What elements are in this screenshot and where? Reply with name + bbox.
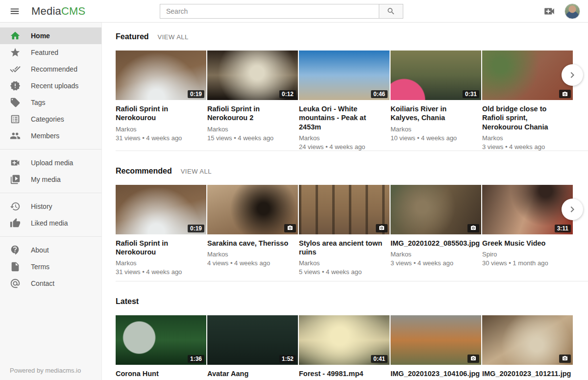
sidebar-item-history[interactable]: History bbox=[0, 198, 101, 215]
media-author[interactable]: Spiro bbox=[482, 251, 569, 258]
tag-icon bbox=[10, 97, 21, 108]
media-card-body: Forest - 49981.mp4 test 17 views • 3 wee… bbox=[299, 369, 390, 380]
media-card[interactable]: 3:11 Greek Music Video Spiro 30 views • … bbox=[482, 185, 573, 281]
media-author[interactable]: Markos bbox=[482, 134, 569, 142]
media-thumbnail[interactable] bbox=[391, 185, 481, 234]
sidebar-item-tags[interactable]: Tags bbox=[0, 94, 101, 111]
media-author[interactable]: Markos bbox=[391, 251, 477, 258]
media-thumbnail[interactable] bbox=[299, 185, 390, 234]
media-thumbnail[interactable] bbox=[482, 315, 573, 365]
sidebar-item-categories[interactable]: Categories bbox=[0, 111, 101, 127]
media-card[interactable]: 1:36 Corona Hunt Dickson Jr. 6 views • 4… bbox=[116, 315, 206, 380]
media-thumbnail[interactable] bbox=[482, 51, 573, 100]
duration-badge: 1:52 bbox=[279, 355, 296, 363]
sidebar-item-about[interactable]: About bbox=[0, 242, 101, 258]
media-card[interactable]: 0:19 Rafioli Sprint in Nerokourou Markos… bbox=[116, 185, 206, 281]
user-avatar[interactable] bbox=[564, 3, 580, 19]
media-card-body: Avatar Aang Dickson Jr. 12 views • 1 wee… bbox=[207, 369, 298, 380]
menu-icon[interactable] bbox=[9, 5, 21, 17]
sidebar-item-recommended[interactable]: Recommended bbox=[0, 61, 101, 77]
sidebar-item-terms[interactable]: Terms bbox=[0, 258, 101, 275]
camera-icon bbox=[467, 224, 479, 232]
media-card[interactable]: IMG_20201023_104106.jpg Markos 4 views •… bbox=[391, 315, 481, 380]
media-title[interactable]: Rafioli Sprint in Nerokourou 2 bbox=[207, 104, 294, 123]
search-input[interactable] bbox=[160, 4, 379, 19]
media-thumbnail[interactable]: 1:52 bbox=[207, 315, 298, 365]
media-card[interactable]: 1:52 Avatar Aang Dickson Jr. 12 views • … bbox=[207, 315, 298, 380]
sidebar-item-recent-uploads[interactable]: Recent uploads bbox=[0, 77, 101, 94]
media-title[interactable]: Koiliaris River in Kalyves, Chania bbox=[391, 104, 477, 123]
media-author[interactable]: Markos bbox=[116, 259, 202, 267]
media-thumbnail[interactable] bbox=[207, 185, 298, 234]
chevron-right-icon bbox=[566, 69, 578, 81]
sidebar-item-upload-media[interactable]: Upload media bbox=[0, 154, 101, 171]
cards-wrap: 1:36 Corona Hunt Dickson Jr. 6 views • 4… bbox=[116, 315, 588, 380]
media-author[interactable]: Markos bbox=[299, 259, 386, 267]
media-card[interactable]: 0:12 Rafioli Sprint in Nerokourou 2 Mark… bbox=[207, 51, 298, 151]
media-title[interactable]: Rafioli Sprint in Nerokourou bbox=[116, 239, 202, 257]
media-title[interactable]: Corona Hunt bbox=[116, 369, 202, 378]
media-author[interactable]: Markos bbox=[207, 251, 294, 258]
media-card-body: Leuka Ori - White mountains - Peak at 24… bbox=[299, 104, 390, 151]
sidebar-divider bbox=[0, 236, 101, 237]
media-card[interactable]: Stylos area ancient town ruins Markos 5 … bbox=[299, 185, 390, 281]
media-title[interactable]: Greek Music Video bbox=[482, 239, 569, 248]
media-card[interactable]: 0:41 Forest - 49981.mp4 test 17 views • … bbox=[299, 315, 390, 380]
search-button[interactable] bbox=[379, 4, 403, 19]
sidebar-item-featured[interactable]: Featured bbox=[0, 44, 101, 61]
media-thumbnail[interactable] bbox=[391, 315, 481, 365]
media-card[interactable]: 0:46 Leuka Ori - White mountains - Peak … bbox=[299, 51, 390, 151]
next-arrow-button[interactable] bbox=[562, 199, 583, 220]
sidebar-item-my-media[interactable]: My media bbox=[0, 171, 101, 188]
chevron-right-icon bbox=[566, 203, 578, 215]
media-author[interactable]: Markos bbox=[207, 126, 294, 133]
section-title: Latest bbox=[116, 297, 139, 306]
media-card[interactable]: Sarakina cave, Therisso Markos 4 views •… bbox=[207, 185, 298, 281]
media-title[interactable]: Avatar Aang bbox=[207, 369, 294, 378]
sidebar-item-members[interactable]: Members bbox=[0, 127, 101, 144]
sidebar-item-contact[interactable]: Contact bbox=[0, 275, 101, 292]
media-thumbnail[interactable]: 3:11 bbox=[482, 185, 573, 234]
media-thumbnail[interactable]: 0:19 bbox=[116, 51, 206, 100]
media-card[interactable]: IMG_20201023_101211.jpg Markos 4 views •… bbox=[482, 315, 573, 380]
duration-badge: 0:19 bbox=[188, 90, 204, 98]
media-title[interactable]: IMG_20201023_101211.jpg bbox=[482, 369, 569, 378]
media-thumbnail[interactable]: 0:31 bbox=[391, 51, 481, 100]
media-thumbnail[interactable]: 0:46 bbox=[299, 51, 390, 100]
media-author[interactable]: Markos bbox=[391, 126, 477, 133]
media-title[interactable]: Forest - 49981.mp4 bbox=[299, 369, 386, 378]
media-card[interactable]: Old bridge close to Rafioli sprint, Nero… bbox=[482, 51, 573, 151]
view-all-link[interactable]: VIEW ALL bbox=[181, 168, 212, 175]
sidebar-item-label: Home bbox=[31, 32, 50, 40]
cards-wrap: 0:19 Rafioli Sprint in Nerokourou Markos… bbox=[116, 185, 588, 281]
done-all-icon bbox=[10, 64, 21, 75]
app-logo[interactable]: MediaCMS bbox=[31, 5, 85, 18]
history-icon bbox=[10, 201, 21, 212]
section-header: Recommended VIEW ALL bbox=[116, 167, 588, 175]
media-title[interactable]: IMG_20201023_104106.jpg bbox=[391, 369, 477, 378]
media-card[interactable]: 0:19 Rafioli Sprint in Nerokourou Markos… bbox=[116, 51, 206, 151]
media-title[interactable]: Leuka Ori - White mountains - Peak at 24… bbox=[299, 104, 386, 131]
camera-icon bbox=[559, 90, 571, 98]
powered-by-link[interactable]: Powered by mediacms.io bbox=[10, 367, 81, 374]
media-title[interactable]: Sarakina cave, Therisso bbox=[207, 239, 294, 248]
sidebar-item-liked-media[interactable]: Liked media bbox=[0, 215, 101, 231]
cards-row: 0:19 Rafioli Sprint in Nerokourou Markos… bbox=[116, 51, 588, 151]
sidebar-item-home[interactable]: Home bbox=[0, 27, 101, 44]
upload-video-icon[interactable] bbox=[543, 5, 556, 18]
media-meta: 31 views • 4 weeks ago bbox=[116, 268, 202, 276]
media-author[interactable]: Markos bbox=[116, 126, 202, 133]
view-all-link[interactable]: VIEW ALL bbox=[158, 33, 189, 41]
media-thumbnail[interactable]: 0:41 bbox=[299, 315, 390, 365]
media-title[interactable]: IMG_20201022_085503.jpg bbox=[391, 239, 477, 248]
next-arrow-button[interactable] bbox=[562, 64, 583, 86]
media-author[interactable]: Markos bbox=[299, 134, 386, 142]
media-thumbnail[interactable]: 1:36 bbox=[116, 315, 206, 365]
media-card[interactable]: IMG_20201022_085503.jpg Markos 3 views •… bbox=[391, 185, 481, 281]
media-thumbnail[interactable]: 0:19 bbox=[116, 185, 206, 234]
media-title[interactable]: Rafioli Sprint in Nerokourou bbox=[116, 104, 202, 123]
media-title[interactable]: Stylos area ancient town ruins bbox=[299, 239, 386, 257]
media-card[interactable]: 0:31 Koiliaris River in Kalyves, Chania … bbox=[391, 51, 481, 151]
media-thumbnail[interactable]: 0:12 bbox=[207, 51, 298, 100]
media-title[interactable]: Old bridge close to Rafioli sprint, Nero… bbox=[482, 104, 569, 131]
